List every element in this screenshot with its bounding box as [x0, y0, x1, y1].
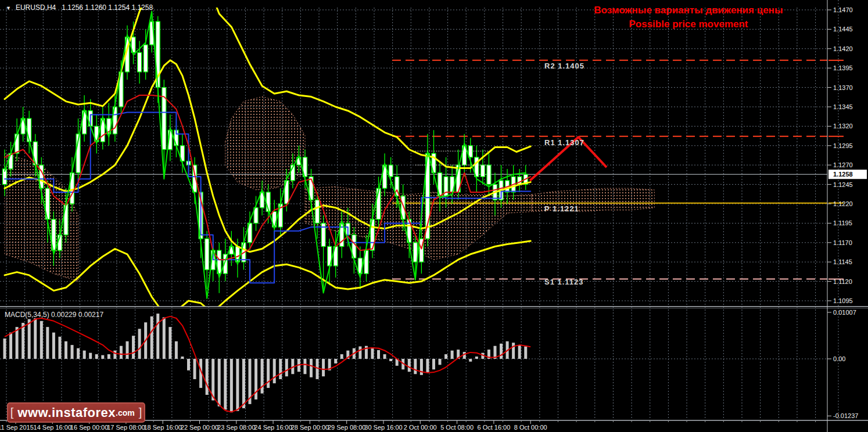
price-tick-label: 1.1320: [833, 123, 853, 129]
ohlc-values: 1.1256 1.1260 1.1254 1.1258: [62, 3, 153, 12]
macd-bar: [420, 359, 423, 375]
macd-bar: [469, 359, 472, 362]
chart-canvas[interactable]: MACD(5,34,5) 0.00229 0.00217 1.14701.144…: [0, 0, 868, 432]
macd-tick-label: 0.01007: [833, 309, 856, 316]
chart-title-bar: ▼EURUSD,H41.1256 1.1260 1.1254 1.1258: [6, 3, 153, 12]
macd-bar: [230, 359, 233, 412]
macd-bar: [3, 339, 6, 359]
macd-bar: [475, 357, 478, 359]
macd-bar: [414, 359, 417, 374]
macd-bar: [377, 350, 380, 359]
macd-bar: [444, 354, 447, 359]
time-tick-label: 28 Sep 00:00: [291, 424, 329, 431]
analyst-annotation: Возможные варианты движения цены Possibl…: [572, 3, 805, 31]
macd-bar: [150, 316, 153, 359]
macd-bar: [334, 359, 337, 363]
time-tick-label: 30 Sep 16:00: [364, 424, 402, 431]
logo-bracket-right: ]: [139, 406, 142, 419]
current-price-label: 1.1258: [833, 171, 853, 178]
price-tick-label: 1.1470: [833, 6, 853, 13]
pivot-level-labels: R2 1.1405R1 1.1307P 1.1221S1 1.1123: [544, 62, 584, 286]
time-tick-label: 2 Oct 00:00: [404, 424, 437, 431]
mt4-chart-window: MACD(5,34,5) 0.00229 0.00217 1.14701.144…: [0, 0, 868, 432]
macd-label: MACD(5,34,5) 0.00229 0.00217: [5, 311, 103, 319]
macd-bar: [175, 341, 178, 359]
time-tick-label: 17 Sep 08:00: [107, 424, 145, 431]
symbol-dropdown-icon[interactable]: ▼: [6, 5, 11, 11]
instaforex-logo: [ www.instaforex.com ]: [7, 402, 145, 423]
price-axis[interactable]: 1.14701.14451.14201.13951.13701.13451.13…: [827, 6, 867, 419]
macd-bar: [163, 317, 166, 359]
macd-bar: [120, 346, 123, 359]
time-tick-label: 18 Sep 16:00: [144, 424, 181, 431]
price-tick-label: 1.1295: [833, 142, 853, 149]
macd-bar: [224, 359, 227, 409]
macd-bar: [432, 359, 435, 369]
macd-bar: [285, 359, 288, 376]
macd-bar: [9, 333, 12, 359]
macd-bar: [40, 321, 43, 359]
logo-suffix-text: .com: [116, 408, 135, 417]
macd-bar: [371, 347, 374, 359]
macd-bar: [358, 347, 361, 359]
price-tick-label: 1.1170: [833, 239, 852, 246]
level-label-S1: S1 1.1123: [544, 278, 584, 286]
time-tick-label: 22 Sep 00:00: [181, 424, 218, 431]
macd-bar: [181, 357, 184, 359]
macd-bar: [132, 336, 135, 359]
macd-bar: [303, 359, 306, 374]
level-label-R2: R2 1.1405: [544, 62, 584, 70]
macd-bar: [193, 359, 196, 379]
macd-bar: [77, 348, 80, 359]
annotation-line-en: Possible price movement: [572, 17, 805, 31]
macd-bar: [107, 354, 110, 359]
price-tick-label: 1.1095: [833, 297, 853, 304]
macd-bar: [138, 329, 141, 359]
logo-main-text: www.instaforex: [17, 405, 116, 420]
time-tick-label: 8 Oct 00:00: [514, 424, 547, 431]
candle-body: [480, 165, 485, 177]
macd-bar: [273, 359, 276, 383]
macd-bar: [316, 359, 319, 379]
macd-bar: [524, 347, 527, 359]
macd-bar: [21, 323, 24, 359]
price-tick-label: 1.1270: [833, 161, 853, 168]
candle-body: [138, 52, 142, 71]
candle-body: [487, 165, 491, 184]
macd-bar: [46, 327, 49, 359]
macd-bar: [52, 333, 55, 359]
price-tick-label: 1.1370: [833, 84, 853, 91]
price-tick-label: 1.1145: [833, 258, 852, 265]
macd-bar: [187, 359, 190, 370]
time-tick-label: 29 Sep 08:00: [328, 424, 365, 431]
macd-bar: [58, 337, 61, 359]
price-tick-label: 1.1220: [833, 200, 853, 207]
macd-bar: [518, 345, 521, 359]
price-tick-label: 1.1120: [833, 278, 852, 285]
macd-bar: [261, 359, 264, 394]
macd-bar: [389, 359, 392, 361]
price-tick-label: 1.1445: [833, 26, 853, 33]
macd-bar: [113, 351, 116, 359]
price-tick-label: 1.1195: [833, 219, 852, 226]
macd-bar: [242, 359, 245, 408]
macd-subwindow: MACD(5,34,5) 0.00229 0.00217: [3, 311, 531, 412]
macd-bar: [310, 359, 313, 377]
macd-bar: [267, 359, 270, 388]
macd-bar: [206, 359, 209, 395]
macd-bar: [64, 341, 67, 359]
candle-body: [205, 239, 209, 269]
macd-bar: [218, 359, 221, 406]
time-tick-label: 11 Sep 2015: [0, 424, 34, 431]
macd-tick-label: 0.00: [833, 355, 845, 362]
macd-bar: [279, 359, 282, 379]
macd-bar: [83, 351, 86, 359]
annotation-line-ru: Возможные варианты движения цены: [572, 3, 805, 17]
macd-bar: [340, 354, 343, 359]
macd-bar: [500, 344, 503, 359]
candle-body: [144, 45, 148, 72]
time-tick-label: 16 Sep 00:00: [70, 424, 108, 431]
candle-body: [315, 200, 320, 223]
price-tick-label: 1.1420: [833, 45, 853, 52]
macd-bar: [95, 354, 98, 359]
